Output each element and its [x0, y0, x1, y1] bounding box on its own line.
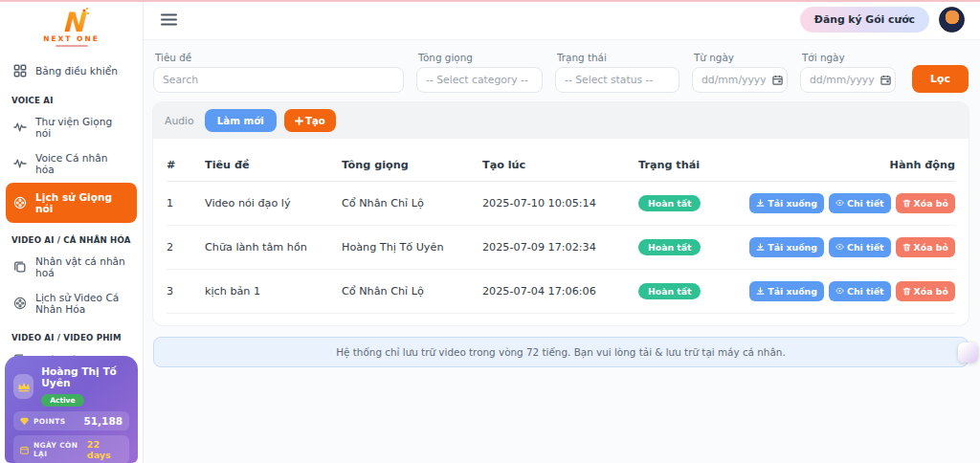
index-cell: 2 [167, 241, 205, 254]
created-cell: 2025-07-09 17:02:34 [482, 241, 638, 254]
index-cell: 3 [167, 285, 205, 298]
calendar-picker-icon[interactable] [772, 75, 783, 85]
sidebar-item[interactable]: Lịch sử Giọng nói [6, 183, 137, 223]
detail-button[interactable]: Chi tiết [829, 281, 891, 301]
sidebar-item-label: Lịch sử Video Cá Nhân Hóa [35, 292, 129, 315]
filter-submit-button[interactable]: Lọc [912, 65, 969, 93]
detail-button[interactable]: Chi tiết [829, 237, 891, 257]
trash-icon [902, 199, 911, 208]
title-cell: Chữa lành tâm hồn [205, 241, 342, 254]
download-button[interactable]: Tải xuống [749, 193, 824, 213]
history-table: #Tiêu đềTông giọngTạo lúcTrạng tháiHành … [153, 139, 969, 325]
filter-label: Từ ngày [694, 52, 788, 63]
delete-button[interactable]: Xóa bỏ [896, 281, 955, 301]
from-date-date-input[interactable]: dd/mm/yyyy [692, 67, 788, 93]
sidebar: N NEXT ONE Bảng điều khiểnVOICE AIThư vi… [0, 0, 144, 463]
download-button[interactable]: Tải xuống [749, 281, 824, 301]
filter-group: Tiêu đề [153, 52, 404, 93]
sidebar-item[interactable]: Nhân vật cá nhân hoá [6, 250, 137, 284]
title-input[interactable] [153, 67, 404, 93]
top-progress-line [0, 0, 980, 2]
refresh-button[interactable]: Làm mới [205, 109, 277, 132]
hamburger-icon[interactable] [161, 13, 177, 26]
created-cell: 2025-07-04 17:06:06 [482, 285, 638, 298]
waveform-icon [13, 157, 27, 170]
detail-button[interactable]: Chi tiết [829, 193, 891, 213]
date-placeholder: dd/mm/yyyy [810, 74, 875, 86]
table-header-cell: Tông giọng [342, 159, 482, 171]
eye-icon [835, 287, 844, 296]
download-icon [756, 199, 765, 208]
delete-button[interactable]: Xóa bỏ [896, 193, 955, 213]
select-value: -- Select status -- [565, 74, 653, 86]
table-row: 2Chữa lành tâm hồnHoàng Thị Tố Uyên2025-… [167, 226, 955, 270]
subscribe-plan-button[interactable]: Đăng ký Gói cước [800, 7, 929, 33]
created-cell: 2025-07-10 10:05:14 [482, 197, 638, 209]
sidebar-item[interactable]: Bảng điều khiển [6, 58, 137, 83]
table-header-cell: # [167, 159, 205, 171]
plus-icon [295, 117, 303, 125]
points-value: 51,188 [83, 415, 122, 427]
sidebar-item[interactable]: Voice Cá nhân hóa [6, 146, 137, 181]
delete-button[interactable]: Xóa bỏ [896, 237, 955, 257]
status-cell: Hoàn tất [638, 239, 725, 255]
category-select[interactable]: -- Select category -- [416, 67, 543, 93]
download-icon [756, 243, 765, 252]
filter-group: Tới ngàydd/mm/yyyy [800, 52, 896, 93]
calendar-icon [20, 446, 29, 454]
copy-icon [13, 260, 27, 274]
sidebar-item-label: Bảng điều khiển [35, 65, 118, 77]
trash-icon [902, 287, 911, 296]
audio-tab-label: Audio [165, 115, 194, 127]
filter-label: Trạng thái [557, 52, 679, 63]
table-header-cell: Tạo lúc [482, 159, 638, 171]
sidebar-item-label: Voice Cá nhân hóa [35, 152, 129, 175]
actions-cell: Tải xuốngChi tiếtXóa bỏ [725, 237, 955, 257]
floating-widget[interactable] [958, 342, 978, 363]
filter-label: Tiêu đề [155, 52, 404, 63]
content: Tiêu đềTông giọng-- Select category --Tr… [144, 40, 980, 463]
sidebar-item-label: Thư viện Giọng nói [35, 116, 129, 139]
app-root: N NEXT ONE Bảng điều khiểnVOICE AIThư vi… [0, 0, 980, 463]
to-date-date-input[interactable]: dd/mm/yyyy [800, 67, 896, 93]
search-input[interactable] [163, 74, 394, 86]
points-row: POINTS 51,188 [13, 411, 129, 430]
actions-cell: Tải xuốngChi tiếtXóa bỏ [725, 281, 955, 301]
topbar: Đăng ký Gói cước [144, 0, 980, 40]
index-cell: 1 [167, 197, 205, 209]
title-cell: Video nói đạo lý [205, 197, 342, 209]
status-select[interactable]: -- Select status -- [555, 67, 679, 93]
points-label: POINTS [33, 417, 65, 426]
filter-label: Tông giọng [418, 52, 543, 63]
sidebar-item[interactable]: Lịch sử Video Cá Nhân Hóa [6, 286, 137, 320]
eye-icon [835, 243, 844, 252]
status-badge: Hoàn tất [638, 283, 701, 299]
user-card: Hoàng Thị Tố Uyên Active POINTS 51,188 [5, 356, 138, 463]
waveform-icon [13, 121, 27, 134]
user-avatar[interactable] [939, 7, 965, 33]
trash-icon [902, 243, 911, 252]
days-left-value: 22 days [87, 439, 122, 460]
main-area: Đăng ký Gói cước Tiêu đềTông giọng-- Sel… [144, 0, 980, 463]
results-card: Audio Làm mới Tạo #Tiêu đềTông giọngTạo … [153, 102, 969, 325]
filter-group: Trạng thái-- Select status -- [555, 52, 679, 93]
table-header-row: #Tiêu đềTông giọngTạo lúcTrạng tháiHành … [167, 144, 955, 182]
table-header-cell: Hành động [725, 159, 955, 171]
logo-n-mark: N [50, 6, 94, 36]
brand-logo[interactable]: N NEXT ONE [0, 0, 143, 49]
sidebar-item[interactable]: Thư viện Giọng nói [6, 110, 137, 144]
table-row: 1Video nói đạo lýCổ Nhân Chỉ Lộ2025-07-1… [167, 182, 955, 226]
card-toolbar: Audio Làm mới Tạo [153, 102, 969, 139]
voice-cell: Hoàng Thị Tố Uyên [342, 241, 482, 254]
sidebar-item-label: Nhân vật cá nhân hoá [35, 255, 129, 278]
sidebar-section-header: VIDEO AI / CÁ NHÂN HÓA [0, 225, 143, 248]
eye-icon [835, 199, 844, 208]
calendar-picker-icon[interactable] [880, 75, 891, 85]
sidebar-section-header: VOICE AI [0, 85, 143, 108]
crown-icon [13, 374, 33, 399]
days-left-row: NGÀY CÒN LẠI 22 days [13, 435, 129, 463]
voice-cell: Cổ Nhân Chỉ Lộ [342, 285, 482, 298]
dashboard-grid-icon [13, 64, 27, 77]
download-button[interactable]: Tải xuống [749, 237, 824, 257]
create-button[interactable]: Tạo [284, 109, 336, 132]
